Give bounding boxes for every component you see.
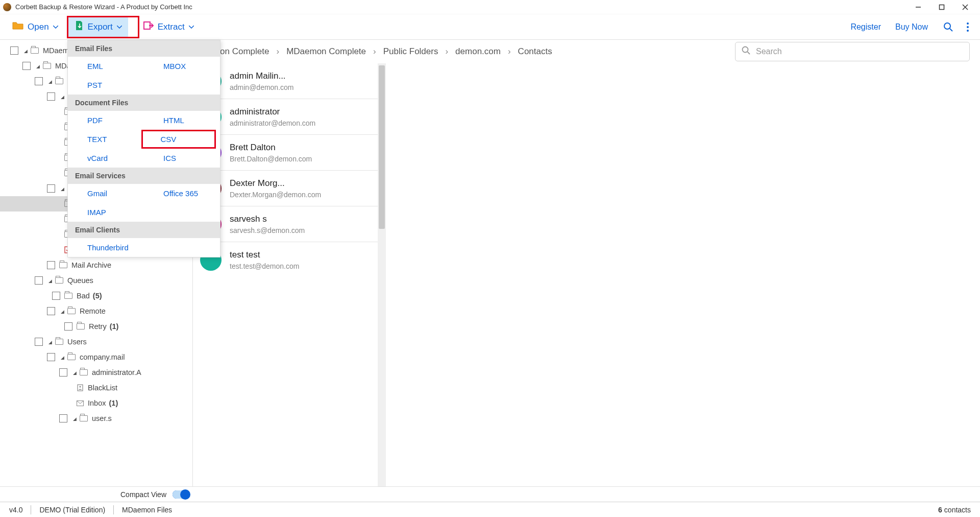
export-option-gmail[interactable]: Gmail [68, 184, 144, 203]
tree-node-queues[interactable]: Queues [0, 273, 192, 288]
tree-label: Inbox [88, 399, 106, 407]
svg-line-6 [950, 29, 952, 31]
svg-point-12 [80, 386, 81, 388]
tree-label: Users [67, 338, 87, 346]
tree-label: Remote [80, 307, 106, 315]
tree-node-retry[interactable]: Retry(1) [0, 319, 192, 334]
status-bar: v4.0 DEMO (Trial Edition) MDaemon Files … [0, 502, 980, 517]
export-option-html[interactable]: HTML [144, 111, 220, 130]
version-label: v4.0 [9, 506, 22, 514]
close-button[interactable] [953, 0, 977, 14]
svg-point-8 [967, 26, 969, 28]
svg-point-9 [967, 30, 969, 32]
contact-email: Dexter.Morgan@demon.com [230, 191, 321, 199]
tree-label: company.mail [80, 353, 125, 361]
extract-label: Extract [158, 22, 185, 32]
tree-node-mail-archive[interactable]: Mail Archive [0, 257, 192, 273]
folder-open-icon [12, 21, 23, 33]
breadcrumb-part[interactable]: MDaemon Complete [286, 46, 366, 57]
export-option-mbox[interactable]: MBOX [144, 57, 220, 76]
search-input[interactable]: Search [735, 42, 970, 61]
tree-node-company[interactable]: company.mail [0, 349, 192, 365]
register-link[interactable]: Register [850, 22, 881, 32]
export-option-ics[interactable]: ICS [144, 149, 220, 168]
search-icon[interactable] [942, 21, 954, 33]
contact-row[interactable]: admin Mailin...admin@demon.com [193, 63, 386, 99]
contact-email: administrator@demon.com [230, 119, 315, 127]
tree-count: (5) [93, 292, 102, 300]
export-option-empty [144, 76, 220, 95]
contact-email: test.test@demon.com [230, 262, 299, 270]
contact-row[interactable]: test testtest.test@demon.com [193, 242, 386, 278]
contacts-icon [77, 384, 84, 391]
chevron-right-icon: › [508, 46, 511, 57]
export-option-csv[interactable]: CSV [141, 130, 216, 149]
tree-label: Mail Archive [71, 261, 111, 269]
export-option-eml[interactable]: EML [68, 57, 144, 76]
source-label: MDaemon Files [122, 506, 172, 514]
contacts-count: 6 [938, 506, 942, 514]
breadcrumb-part[interactable]: demon.com [455, 46, 501, 57]
chevron-down-icon [117, 26, 122, 29]
breadcrumb-part[interactable]: Public Folders [383, 46, 438, 57]
svg-rect-11 [78, 385, 83, 391]
compact-view-label: Compact View [120, 490, 166, 499]
scrollbar-thumb[interactable] [379, 65, 385, 229]
contact-row[interactable]: Dexter Morg...Dexter.Morgan@demon.com [193, 171, 386, 206]
more-menu-icon[interactable] [962, 21, 974, 33]
minimize-button[interactable] [906, 0, 930, 14]
buy-now-link[interactable]: Buy Now [895, 22, 928, 32]
export-option-empty [144, 203, 220, 222]
export-option-pdf[interactable]: PDF [68, 111, 144, 130]
export-section-header: Email Clients [68, 222, 220, 238]
contact-name: Dexter Morg... [230, 178, 321, 189]
svg-point-14 [743, 47, 748, 53]
export-option-imap[interactable]: IMAP [68, 203, 144, 222]
contact-email: Brett.Dalton@demon.com [230, 155, 312, 163]
compact-view-bar: Compact View [0, 486, 980, 502]
contact-name: sarvesh s [230, 214, 305, 224]
export-option-office-365[interactable]: Office 365 [144, 184, 220, 203]
tree-node-remote[interactable]: Remote [0, 303, 192, 319]
contact-row[interactable]: sarvesh ssarvesh.s@demon.com [193, 206, 386, 242]
export-section-header: Email Services [68, 168, 220, 184]
contact-row[interactable]: Brett DaltonBrett.Dalton@demon.com [193, 135, 386, 171]
search-placeholder: Search [756, 47, 782, 56]
contact-name: administrator [230, 107, 315, 117]
svg-rect-1 [940, 5, 944, 9]
svg-point-5 [944, 23, 950, 29]
scrollbar-vertical[interactable] [378, 63, 386, 486]
export-dropdown: Email FilesEMLMBOXPSTDocument FilesPDFHT… [67, 40, 220, 257]
tree-node-inbox[interactable]: Inbox(1) [0, 395, 192, 411]
export-option-vcard[interactable]: vCard [68, 149, 144, 168]
export-option-empty [144, 238, 220, 257]
tree-count: (1) [109, 399, 118, 407]
extract-button[interactable]: Extract [137, 17, 200, 37]
export-option-thunderbird[interactable]: Thunderbird [68, 238, 144, 257]
main-toolbar: Open Export Extract Register Buy Now [0, 14, 980, 40]
contact-email: admin@demon.com [230, 83, 294, 91]
chevron-right-icon: › [373, 46, 376, 57]
breadcrumb-part[interactable]: Contacts [518, 46, 552, 57]
tree-label: administrator.A [92, 368, 141, 377]
tree-label: BlackList [88, 384, 117, 392]
contacts-list: admin Mailin...admin@demon.comadministra… [193, 63, 386, 278]
export-option-text[interactable]: TEXT [68, 130, 141, 149]
export-button[interactable]: Export [68, 17, 128, 37]
open-button[interactable]: Open [6, 17, 64, 37]
window-titlebar: Corbett Backup & Restore Wizard - A Prod… [0, 0, 980, 14]
tree-node-administrator[interactable]: administrator.A [0, 365, 192, 380]
contact-name: Brett Dalton [230, 143, 312, 153]
app-icon [3, 3, 11, 11]
tree-node-bad[interactable]: Bad(5) [0, 288, 192, 303]
tree-label: user.s [92, 414, 112, 422]
tree-node-users[interactable]: Users [0, 334, 192, 349]
contact-row[interactable]: administratoradministrator@demon.com [193, 99, 386, 135]
tree-node-users2[interactable]: user.s [0, 411, 192, 426]
chevron-right-icon: › [445, 46, 448, 57]
tree-node-blacklist[interactable]: BlackList [0, 380, 192, 395]
export-option-pst[interactable]: PST [68, 76, 144, 95]
compact-view-toggle[interactable] [173, 490, 190, 499]
maximize-button[interactable] [930, 0, 953, 14]
tree-label: Queues [67, 276, 93, 285]
